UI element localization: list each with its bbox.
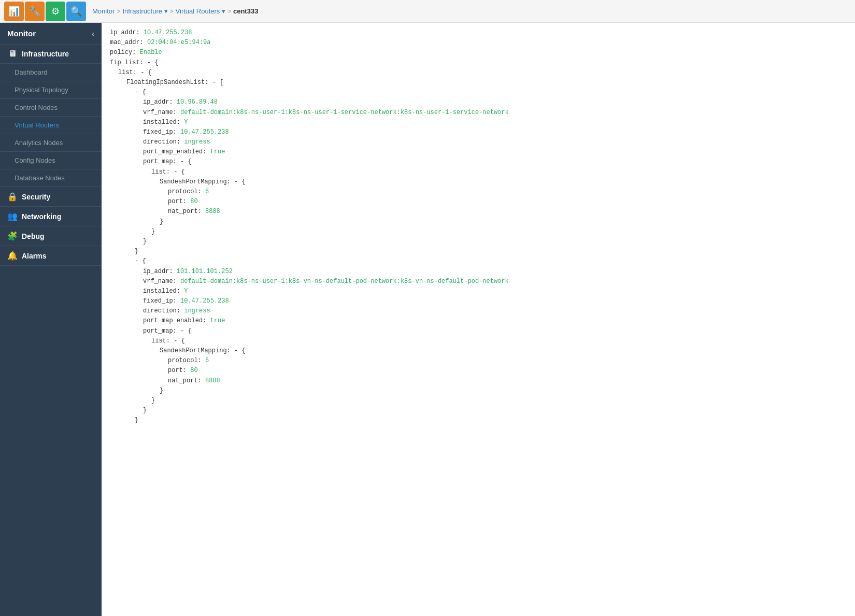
breadcrumb-sep-3: > (227, 8, 231, 15)
sidebar-item-debug[interactable]: 🧩 Debug (0, 226, 102, 246)
sidebar-item-security[interactable]: 🔒 Security (0, 187, 102, 207)
code-line: port_map: - { (110, 326, 847, 336)
top-nav: 📊 🔧 ⚙ 🔍 Monitor > Infrastructure ▾ > Vir… (0, 0, 855, 23)
code-key: } (160, 218, 163, 225)
sidebar: Monitor ‹ 🖥 Infrastructure Dashboard Phy… (0, 23, 102, 616)
code-value: 101.101.101.252 (177, 268, 233, 275)
code-line: list: - { (110, 68, 847, 78)
debug-icon: 🧩 (7, 231, 18, 241)
sidebar-collapse-icon[interactable]: ‹ (92, 30, 94, 38)
code-value: ingress (184, 307, 210, 314)
sidebar-item-control-nodes[interactable]: Control Nodes (0, 99, 102, 117)
sidebar-title: Monitor (7, 29, 36, 38)
code-key: } (135, 248, 138, 255)
code-key: ip_addr: (110, 29, 144, 36)
code-line: fixed_ip: 10.47.255.238 (110, 127, 847, 137)
infrastructure-icon: 🖥 (7, 49, 18, 59)
code-line: SandeshPortMapping: - { (110, 177, 847, 187)
networking-icon: 👥 (7, 211, 18, 221)
code-line: direction: ingress (110, 306, 847, 316)
code-line: direction: ingress (110, 137, 847, 147)
settings-icon-btn[interactable]: ⚙ (46, 2, 65, 21)
code-key: direction: (143, 138, 184, 146)
code-key: - { (135, 257, 146, 265)
sidebar-label-security: Security (22, 193, 50, 201)
code-key: } (143, 238, 147, 245)
breadcrumb-sep-1: > (117, 8, 120, 15)
code-key: - { (135, 89, 146, 96)
search-icon-btn[interactable]: 🔍 (66, 2, 86, 21)
sidebar-item-virtual-routers[interactable]: Virtual Routers (0, 117, 102, 134)
code-line: nat_port: 8888 (110, 207, 847, 217)
code-value: Enable (140, 49, 162, 56)
code-line: ip_addr: 10.96.89.48 (110, 97, 847, 107)
sidebar-label-database-nodes: Database Nodes (15, 174, 65, 182)
code-key: list: - { (151, 337, 185, 345)
code-line: } (110, 386, 847, 396)
code-key: } (143, 407, 147, 414)
sidebar-label-debug: Debug (22, 232, 45, 240)
code-line: port_map_enabled: true (110, 316, 847, 326)
code-key: } (151, 397, 155, 404)
code-line: mac_addr: 02:04:04:e5:94:9a (110, 38, 847, 48)
code-line: port_map_enabled: true (110, 147, 847, 157)
code-key: vrf_name: (143, 109, 180, 116)
tools-icon-btn[interactable]: 🔧 (25, 2, 45, 21)
sidebar-item-alarms[interactable]: 🔔 Alarms (0, 246, 102, 266)
code-key: mac_addr: (110, 39, 147, 46)
code-key: } (151, 228, 155, 235)
sidebar-item-physical-topology[interactable]: Physical Topology (0, 81, 102, 99)
code-key: SandeshPortMapping: - { (160, 178, 246, 185)
code-line: - { (110, 256, 847, 266)
code-key: port: (168, 198, 190, 205)
code-key: } (135, 417, 138, 424)
sidebar-item-analytics-nodes[interactable]: Analytics Nodes (0, 134, 102, 152)
sidebar-label-physical-topology: Physical Topology (15, 86, 68, 94)
code-key: fixed_ip: (143, 128, 180, 136)
sidebar-item-dashboard[interactable]: Dashboard (0, 64, 102, 81)
code-key: fip_list: - { (110, 59, 159, 66)
code-value: Y (184, 119, 188, 126)
code-key: vrf_name: (143, 278, 180, 285)
code-key: FloatingIpSandeshList: - [ (126, 79, 223, 86)
code-value: Y (184, 288, 188, 295)
code-line: nat_port: 8888 (110, 376, 847, 386)
breadcrumb-virtual-routers[interactable]: Virtual Routers ▾ (176, 7, 225, 15)
alarms-icon: 🔔 (7, 251, 18, 261)
sidebar-label-config-nodes: Config Nodes (15, 156, 55, 164)
code-line: } (110, 247, 847, 256)
monitor-icon-btn[interactable]: 📊 (4, 2, 24, 21)
breadcrumb: Monitor > Infrastructure ▾ > Virtual Rou… (92, 7, 258, 15)
sidebar-label-virtual-routers: Virtual Routers (15, 121, 59, 129)
code-line: list: - { (110, 336, 847, 346)
code-key: installed: (143, 119, 184, 126)
code-key: } (160, 387, 163, 394)
sidebar-item-database-nodes[interactable]: Database Nodes (0, 169, 102, 187)
code-line: port: 80 (110, 197, 847, 207)
code-key: port_map: - { (143, 158, 192, 165)
code-line: port_map: - { (110, 157, 847, 167)
code-line: SandeshPortMapping: - { (110, 346, 847, 356)
code-line: } (110, 406, 847, 416)
code-value: default-domain:k8s-ns-user-1:k8s-ns-user… (180, 109, 509, 116)
code-value: true (210, 148, 225, 155)
code-content: ip_addr: 10.47.255.238mac_addr: 02:04:04… (110, 28, 847, 426)
sidebar-item-networking[interactable]: 👥 Networking (0, 207, 102, 226)
code-line: vrf_name: default-domain:k8s-ns-user-1:k… (110, 277, 847, 286)
code-value: default-domain:k8s-ns-user-1:k8s-vn-ns-d… (180, 278, 509, 285)
code-line: vrf_name: default-domain:k8s-ns-user-1:k… (110, 108, 847, 118)
code-key: ip_addr: (143, 98, 177, 106)
breadcrumb-infrastructure[interactable]: Infrastructure ▾ (122, 7, 167, 15)
breadcrumb-sep-2: > (170, 8, 174, 15)
code-value: 80 (190, 198, 197, 205)
sidebar-label-analytics-nodes: Analytics Nodes (15, 139, 63, 147)
code-line: } (110, 237, 847, 247)
code-line: ip_addr: 10.47.255.238 (110, 28, 847, 38)
breadcrumb-monitor[interactable]: Monitor (92, 7, 115, 15)
sidebar-item-config-nodes[interactable]: Config Nodes (0, 152, 102, 169)
sidebar-item-infrastructure[interactable]: 🖥 Infrastructure (0, 45, 102, 64)
code-key: list: - { (118, 69, 152, 76)
sidebar-header: Monitor ‹ (0, 23, 102, 45)
sidebar-label-alarms: Alarms (22, 252, 46, 260)
code-key: direction: (143, 307, 184, 314)
